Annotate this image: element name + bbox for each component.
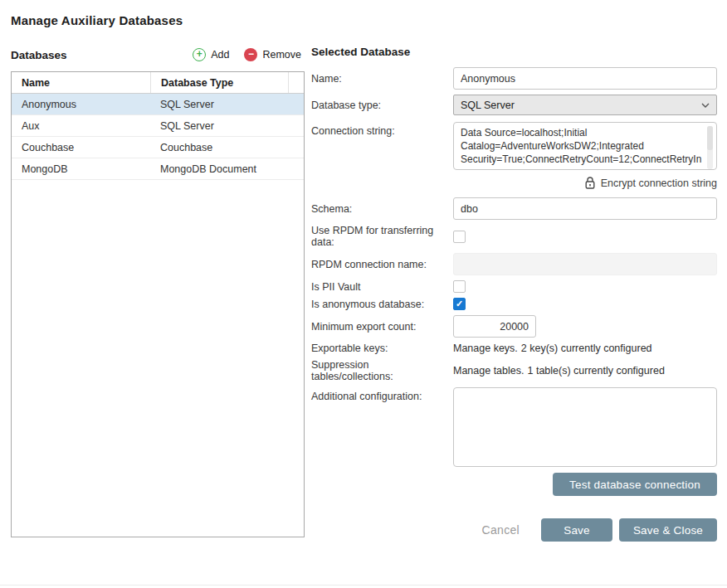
additional-configuration-label: Additional configuration:	[311, 387, 453, 402]
add-icon: +	[193, 48, 206, 61]
rpdm-connection-name-field	[453, 253, 717, 275]
databases-heading: Databases	[11, 49, 67, 61]
selected-database-heading: Selected Database	[311, 46, 717, 58]
encrypt-row: Encrypt connection string	[311, 177, 717, 189]
lock-icon	[585, 177, 595, 189]
schema-field[interactable]	[453, 197, 717, 220]
exportable-keys-label: Exportable keys:	[311, 343, 453, 354]
is-pii-vault-label: Is PII Vault	[311, 281, 453, 293]
row-name: MongoDB	[12, 163, 150, 175]
schema-row: Schema:	[311, 197, 717, 220]
connection-string-row: Connection string: Data Source=localhost…	[311, 122, 717, 173]
dialog-footer: Cancel Save Save & Close	[311, 518, 717, 542]
database-type-label: Database type:	[311, 100, 453, 111]
databases-actions: + Add − Remove	[193, 48, 305, 61]
remove-button-label: Remove	[262, 49, 301, 61]
databases-panel: Databases + Add − Remove Name Database T…	[11, 46, 305, 542]
add-button-label: Add	[211, 49, 229, 61]
row-type: SQL Server	[150, 120, 304, 132]
chevron-down-icon	[701, 103, 710, 108]
name-label: Name:	[311, 73, 453, 85]
add-database-button[interactable]: + Add	[193, 48, 229, 61]
column-header-stub	[288, 72, 304, 93]
suppression-tables-status: 1 table(s) currently configured	[527, 365, 664, 377]
database-type-selected-value: SQL Server	[461, 100, 515, 111]
save-button[interactable]: Save	[541, 518, 612, 542]
remove-database-button[interactable]: − Remove	[244, 48, 301, 61]
check-icon: ✓	[456, 299, 463, 309]
test-connection-row: Test database connection	[311, 473, 717, 496]
use-rpdm-row: Use RPDM for transferring data: ✓	[311, 225, 717, 248]
databases-panel-header: Databases + Add − Remove	[11, 46, 305, 64]
suppression-tables-row: Suppression tables/collections: Manage t…	[311, 359, 717, 382]
cancel-button[interactable]: Cancel	[482, 523, 520, 537]
row-name: Anonymous	[12, 99, 150, 110]
test-database-connection-button[interactable]: Test database connection	[553, 473, 717, 496]
save-close-button[interactable]: Save & Close	[619, 518, 717, 542]
column-header-name: Name	[12, 72, 150, 93]
databases-table: Name Database Type Anonymous SQL Server …	[11, 71, 305, 537]
is-pii-vault-checkbox[interactable]: ✓	[453, 280, 466, 293]
manage-auxiliary-databases-dialog: Manage Auxiliary Databases Databases + A…	[0, 0, 727, 588]
use-rpdm-label: Use RPDM for transferring data:	[311, 225, 453, 248]
minimum-export-count-row: Minimum export count:	[311, 315, 717, 338]
row-type: SQL Server	[150, 99, 304, 110]
connection-string-label: Connection string:	[311, 122, 453, 137]
is-anonymous-label: Is anonymous database:	[311, 299, 453, 310]
database-type-select[interactable]: SQL Server	[453, 95, 717, 115]
exportable-keys-status: 2 key(s) currently configured	[521, 343, 652, 354]
additional-configuration-row: Additional configuration:	[311, 387, 717, 467]
suppression-tables-text: Manage tables.1 table(s) currently confi…	[453, 365, 665, 377]
is-anonymous-row: Is anonymous database: ✓	[311, 298, 717, 310]
databases-table-header: Name Database Type	[12, 72, 304, 94]
manage-keys-link[interactable]: Manage keys.	[453, 343, 518, 354]
table-row-anonymous[interactable]: Anonymous SQL Server	[12, 94, 304, 115]
connection-string-field[interactable]: Data Source=localhost;Initial Catalog=Ad…	[453, 122, 717, 170]
is-pii-vault-row: Is PII Vault ✓	[311, 280, 717, 293]
name-field[interactable]	[453, 67, 717, 90]
suppression-tables-label: Suppression tables/collections:	[311, 359, 453, 382]
name-row: Name:	[311, 67, 717, 90]
table-row-mongodb[interactable]: MongoDB MongoDB Document	[12, 158, 304, 180]
column-header-database-type: Database Type	[150, 72, 288, 93]
minimum-export-count-field[interactable]	[453, 315, 536, 338]
table-row-aux[interactable]: Aux SQL Server	[12, 115, 304, 137]
row-type: MongoDB Document	[150, 163, 304, 175]
additional-configuration-field[interactable]	[453, 387, 717, 467]
connection-string-wrap: Data Source=localhost;Initial Catalog=Ad…	[453, 122, 717, 173]
row-name: Couchbase	[12, 142, 150, 153]
exportable-keys-text: Manage keys.2 key(s) currently configure…	[453, 343, 652, 354]
manage-tables-link[interactable]: Manage tables.	[453, 365, 524, 377]
rpdm-connection-name-row: RPDM connection name:	[311, 253, 717, 275]
row-name: Aux	[12, 120, 150, 132]
schema-label: Schema:	[311, 203, 453, 215]
remove-icon: −	[244, 48, 257, 61]
rpdm-connection-name-label: RPDM connection name:	[311, 259, 453, 270]
page-title: Manage Auxiliary Databases	[11, 13, 717, 27]
database-type-row: Database type: SQL Server	[311, 95, 717, 115]
use-rpdm-checkbox[interactable]: ✓	[453, 231, 466, 243]
row-type: Couchbase	[150, 142, 304, 153]
bottom-divider	[0, 585, 727, 586]
dialog-content: Databases + Add − Remove Name Database T…	[11, 46, 717, 542]
encrypt-connection-string-button[interactable]: Encrypt connection string	[585, 177, 717, 189]
encrypt-link-label: Encrypt connection string	[601, 177, 717, 189]
connection-string-scrollbar[interactable]	[707, 126, 713, 169]
selected-database-panel: Selected Database Name: Database type: S…	[311, 46, 717, 542]
exportable-keys-row: Exportable keys: Manage keys.2 key(s) cu…	[311, 343, 717, 354]
is-anonymous-checkbox[interactable]: ✓	[453, 298, 466, 310]
table-row-couchbase[interactable]: Couchbase Couchbase	[12, 137, 304, 158]
minimum-export-count-label: Minimum export count:	[311, 321, 453, 333]
scrollbar-thumb[interactable]	[707, 126, 713, 150]
